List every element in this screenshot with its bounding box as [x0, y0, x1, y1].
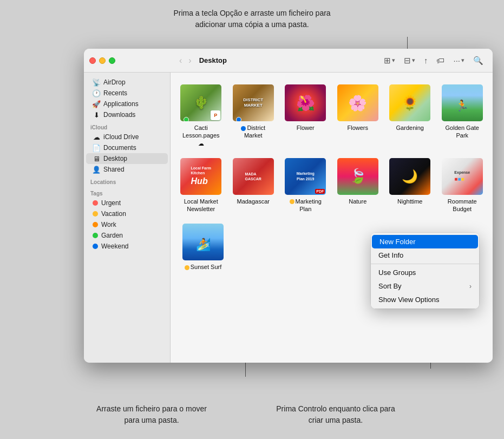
flowers-thumb-content: 🌸 [348, 94, 367, 112]
file-item-nature[interactable]: 🍃 Nature [334, 155, 382, 217]
context-menu-item-new-folder[interactable]: New Folder [372, 235, 478, 248]
file-item-district-market[interactable]: DISTRICTMARKET District Market [230, 81, 278, 150]
pdf-badge-marketing: PDF [315, 189, 325, 194]
marketing-thumb-content: MarketingPlan 2019 [294, 169, 317, 184]
back-button[interactable]: ‹ [177, 55, 184, 67]
icloud-section-label: iCloud [84, 120, 170, 132]
sidebar-item-tag-work[interactable]: Work [86, 219, 168, 230]
file-item-gardening[interactable]: 🌻 Gardening [386, 81, 434, 150]
view-group-button[interactable]: ⊟ ▾ [401, 54, 418, 67]
sidebar-item-recents-label: Recents [103, 89, 127, 97]
file-thumb-marketing: MarketingPlan 2019 PDF [285, 158, 326, 195]
share-icon: ↑ [424, 56, 428, 65]
file-item-nighttime[interactable]: 🌙 Nighttime [386, 155, 434, 217]
file-thumb-district: DISTRICTMARKET [233, 84, 274, 121]
file-thumb-gardening: 🌻 [389, 84, 430, 121]
more-button[interactable]: ··· ▾ [450, 54, 467, 67]
sidebar-item-desktop[interactable]: 🖥 Desktop [86, 153, 168, 164]
sort-by-label: Sort By [378, 282, 402, 290]
nature-thumb-content: 🍃 [349, 168, 366, 185]
share-button[interactable]: ↑ [421, 54, 431, 67]
sidebar-item-tag-garden[interactable]: Garden [86, 230, 168, 241]
sidebar-item-documents-label: Documents [103, 144, 136, 152]
maximize-button[interactable] [109, 57, 115, 64]
context-menu-item-show-view-options[interactable]: Show View Options [371, 293, 479, 306]
file-row-1: 🌵 P CactiLesson.pages ☁ DISTRICTMARKET [177, 81, 486, 150]
new-folder-label: New Folder [379, 238, 415, 246]
sidebar-item-documents[interactable]: 📄 Documents [86, 142, 168, 153]
get-info-label: Get Info [378, 251, 403, 259]
sunsetsurf-thumb-content: 🏄 [196, 238, 211, 252]
file-item-goldengate[interactable]: 🏃 Golden Gate Park [438, 81, 487, 150]
file-name-marketing: Marketing Plan [284, 198, 328, 213]
work-tag-dot [93, 222, 98, 227]
context-menu-item-sort-by[interactable]: Sort By › [371, 279, 479, 293]
view-chevron-icon: ▾ [392, 57, 395, 64]
view-grid-button[interactable]: ⊞ ▾ [381, 54, 398, 67]
pages-icon-cacti: P [211, 110, 220, 120]
file-name-roommate: RoommateBudget [448, 198, 477, 213]
close-button[interactable] [89, 57, 96, 64]
tags-section-label: Tags [84, 186, 170, 198]
localmarket-thumb-content: Local FarmKitchenHub [188, 163, 214, 189]
sidebar-item-tag-vacation[interactable]: Vacation [86, 208, 168, 219]
location-title: Desktop [199, 56, 227, 64]
sidebar-item-tag-garden-label: Garden [101, 232, 123, 239]
file-item-flower[interactable]: 🌺 Flower [282, 81, 330, 150]
file-item-cacti[interactable]: 🌵 P CactiLesson.pages ☁ [177, 81, 225, 150]
file-item-madagascar[interactable]: MADAGASCAR Madagascar [230, 155, 278, 217]
file-thumb-flowers: 🌸 [337, 84, 378, 121]
urgent-tag-dot [93, 200, 98, 206]
desktop-icon: 🖥 [93, 155, 100, 162]
sidebar-item-applications[interactable]: 🚀 Applications [86, 99, 168, 109]
locations-section-label: Locations [84, 175, 170, 186]
file-thumb-nature: 🍃 [337, 158, 378, 195]
goldengate-thumb-content: 🏃 [455, 99, 469, 112]
context-menu-item-get-info[interactable]: Get Info [371, 248, 479, 262]
sidebar-item-airdrop[interactable]: 📡 AirDrop [86, 77, 168, 88]
sidebar-item-tag-weekend[interactable]: Weekend [86, 241, 168, 252]
garden-tag-dot [93, 233, 98, 238]
flower-thumb-content: 🌺 [296, 94, 315, 112]
file-thumb-goldengate: 🏃 [442, 84, 483, 121]
sidebar-item-shared-label: Shared [103, 166, 125, 173]
district-thumb-content: DISTRICTMARKET [240, 94, 266, 111]
file-name-cacti: CactiLesson.pages ☁ [179, 124, 223, 147]
group-chevron-icon: ▾ [412, 57, 415, 64]
view-group-icon: ⊟ [404, 56, 411, 65]
file-item-flowers[interactable]: 🌸 Flowers [334, 81, 382, 150]
sidebar-item-desktop-label: Desktop [103, 155, 127, 162]
file-name-localmarket: Local MarketNewsletter [184, 198, 218, 213]
use-groups-label: Use Groups [378, 268, 416, 277]
tag-button[interactable]: 🏷 [434, 54, 447, 67]
sidebar-item-tag-urgent[interactable]: Urgent [86, 198, 168, 208]
sidebar-item-shared[interactable]: 👤 Shared [86, 164, 168, 175]
madagascar-thumb-content: MADAGASCAR [243, 169, 264, 184]
forward-button[interactable]: › [186, 55, 193, 67]
context-menu-item-use-groups[interactable]: Use Groups [371, 266, 479, 279]
file-thumb-localmarket: Local FarmKitchenHub [180, 158, 221, 195]
file-item-marketing[interactable]: MarketingPlan 2019 PDF Marketing Plan [282, 155, 330, 217]
more-icon: ··· [453, 56, 460, 65]
nav-buttons: ‹ › [177, 55, 194, 67]
annotation-bottom-right: Prima Controlo enquanto clica para criar… [276, 403, 395, 426]
file-item-localmarket[interactable]: Local FarmKitchenHub Local MarketNewslet… [177, 155, 225, 217]
sidebar-item-airdrop-label: AirDrop [103, 78, 126, 86]
file-thumb-madagascar: MADAGASCAR [233, 158, 274, 195]
sidebar-item-downloads[interactable]: ⬇ Downloads [86, 109, 168, 120]
search-button[interactable]: 🔍 [470, 54, 486, 67]
minimize-button[interactable] [99, 57, 106, 64]
sidebar-item-icloud-drive[interactable]: ☁ iCloud Drive [86, 132, 168, 142]
nighttime-thumb-content: 🌙 [402, 169, 418, 184]
sidebar-item-recents[interactable]: 🕐 Recents [86, 88, 168, 99]
file-grid: 🌵 P CactiLesson.pages ☁ DISTRICTMARKET [171, 73, 493, 363]
applications-icon: 🚀 [93, 100, 100, 108]
file-thumb-nighttime: 🌙 [389, 158, 430, 195]
show-view-options-label: Show View Options [378, 296, 440, 304]
recents-icon: 🕐 [93, 89, 100, 97]
context-menu-divider [371, 264, 479, 264]
file-name-goldengate: Golden Gate Park [441, 124, 485, 140]
file-item-sunsetsurf[interactable]: 🏄 Sunset Surf [177, 220, 229, 274]
file-name-district: District Market [232, 124, 276, 140]
file-item-roommate[interactable]: Expense ■■■ RoommateBudget [438, 155, 487, 217]
